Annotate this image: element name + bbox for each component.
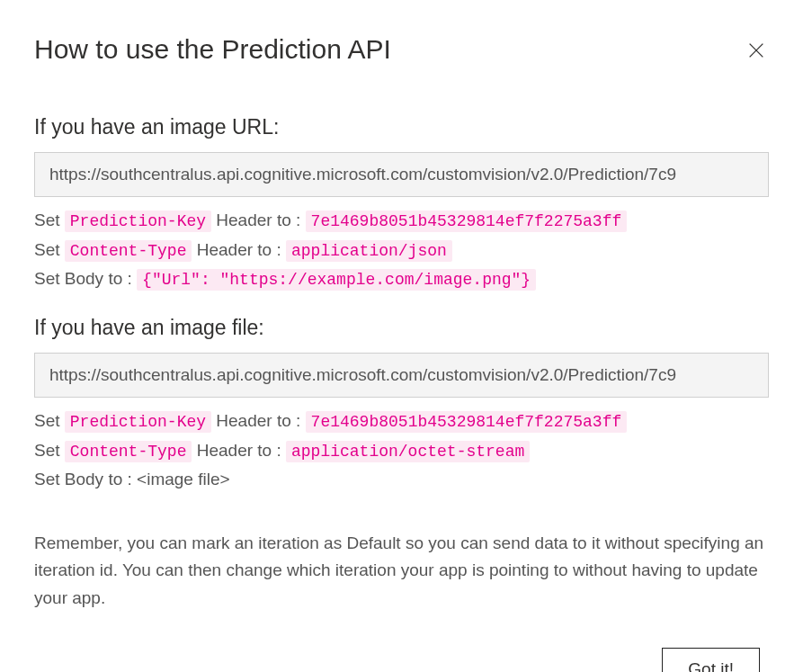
section-file-heading: If you have an image file: bbox=[34, 316, 769, 340]
file-line1-prefix: Set bbox=[34, 411, 65, 430]
prediction-key-value-code: 7e1469b8051b45329814ef7f2275a3ff bbox=[306, 211, 628, 232]
file-body-text: Set Body to : <image file> bbox=[34, 470, 230, 488]
url-instruction-prediction-key: Set Prediction-Key Header to : 7e1469b80… bbox=[34, 206, 769, 236]
file-instruction-body: Set Body to : <image file> bbox=[34, 465, 769, 493]
file-instruction-prediction-key: Set Prediction-Key Header to : 7e1469b80… bbox=[34, 407, 769, 436]
content-type-header-code: Content-Type bbox=[65, 240, 192, 262]
action-row: Got it! bbox=[34, 648, 769, 672]
file-endpoint-box[interactable]: https://southcentralus.api.cognitive.mic… bbox=[34, 353, 769, 398]
url-instruction-content-type: Set Content-Type Header to : application… bbox=[34, 236, 769, 265]
url-line3-prefix: Set Body to : bbox=[34, 269, 137, 288]
file-content-type-value-code: application/octet-stream bbox=[286, 441, 530, 462]
file-prediction-key-value-code: 7e1469b8051b45329814ef7f2275a3ff bbox=[306, 411, 628, 433]
url-line2-prefix: Set bbox=[34, 240, 65, 259]
dialog-title: How to use the Prediction API bbox=[34, 34, 769, 65]
prediction-api-dialog: How to use the Prediction API If you hav… bbox=[0, 0, 803, 672]
file-line1-mid: Header to : bbox=[211, 411, 306, 430]
close-button[interactable] bbox=[744, 38, 769, 63]
file-content-type-header-code: Content-Type bbox=[65, 441, 192, 462]
url-line1-prefix: Set bbox=[34, 211, 65, 229]
section-url-heading: If you have an image URL: bbox=[34, 115, 769, 139]
body-json-code: {"Url": "https://example.com/image.png"} bbox=[137, 269, 536, 291]
content-type-value-code: application/json bbox=[286, 240, 452, 262]
url-endpoint-box[interactable]: https://southcentralus.api.cognitive.mic… bbox=[34, 152, 769, 197]
file-line2-prefix: Set bbox=[34, 441, 65, 460]
url-line2-mid: Header to : bbox=[192, 240, 286, 259]
file-instruction-content-type: Set Content-Type Header to : application… bbox=[34, 436, 769, 466]
prediction-key-header-code: Prediction-Key bbox=[65, 211, 211, 232]
close-icon bbox=[746, 40, 766, 60]
footer-note: Remember, you can mark an iteration as D… bbox=[34, 530, 769, 612]
file-prediction-key-header-code: Prediction-Key bbox=[65, 411, 211, 433]
file-line2-mid: Header to : bbox=[192, 441, 286, 460]
url-line1-mid: Header to : bbox=[211, 211, 306, 229]
got-it-button[interactable]: Got it! bbox=[662, 648, 760, 672]
url-instruction-body: Set Body to : {"Url": "https://example.c… bbox=[34, 264, 769, 294]
